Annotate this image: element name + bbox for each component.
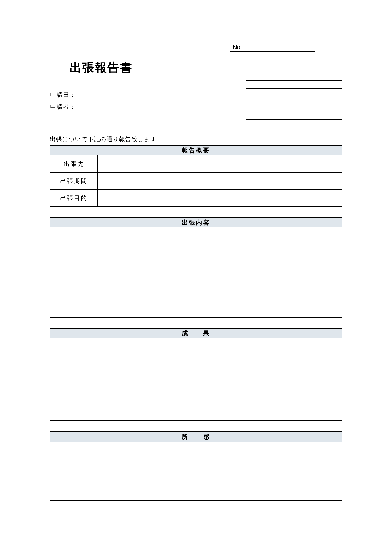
applicant-info: 申請日： 申請者： [50, 90, 149, 114]
trip-content-header: 出張内容 [50, 217, 342, 228]
period-input[interactable] [98, 173, 342, 190]
form-number-row: No [230, 44, 342, 52]
thoughts-input[interactable] [50, 442, 342, 501]
stamp-header-1 [246, 81, 278, 88]
approval-stamp-box [246, 80, 342, 120]
summary-table: 出張先 出張期間 出張目的 [50, 155, 342, 207]
stamp-header-2 [278, 81, 310, 88]
header-area: 申請日： 申請者： [50, 90, 342, 120]
stamp-header-3 [310, 81, 342, 88]
results-section: 成 果 [50, 328, 342, 421]
purpose-label: 出張目的 [50, 190, 98, 207]
destination-label: 出張先 [50, 155, 98, 173]
applicant-name-field[interactable]: 申請者： [50, 102, 149, 112]
form-title: 出張報告書 [70, 60, 342, 76]
thoughts-section: 所 感 [50, 431, 342, 501]
trip-content-input[interactable] [50, 228, 342, 318]
summary-section: 報告概要 出張先 出張期間 出張目的 [50, 145, 342, 207]
results-header: 成 果 [50, 328, 342, 338]
purpose-input[interactable] [98, 190, 342, 207]
stamp-cell-1[interactable] [246, 88, 278, 119]
destination-input[interactable] [98, 155, 342, 173]
purpose-row: 出張目的 [50, 190, 342, 207]
intro-text: 出張について下記の通り報告致します [50, 135, 157, 144]
stamp-cell-3[interactable] [310, 88, 342, 119]
application-date-field[interactable]: 申請日： [50, 90, 149, 100]
business-trip-report-form: No 出張報告書 申請日： 申請者： 出張について下記の通り報告致します [0, 0, 392, 501]
results-input[interactable] [50, 338, 342, 421]
stamp-cell-2[interactable] [278, 88, 310, 119]
period-row: 出張期間 [50, 173, 342, 190]
summary-header: 報告概要 [50, 145, 342, 155]
trip-content-section: 出張内容 [50, 217, 342, 318]
destination-row: 出張先 [50, 155, 342, 173]
form-number-field[interactable]: No [230, 44, 315, 52]
thoughts-header: 所 感 [50, 431, 342, 442]
period-label: 出張期間 [50, 173, 98, 190]
